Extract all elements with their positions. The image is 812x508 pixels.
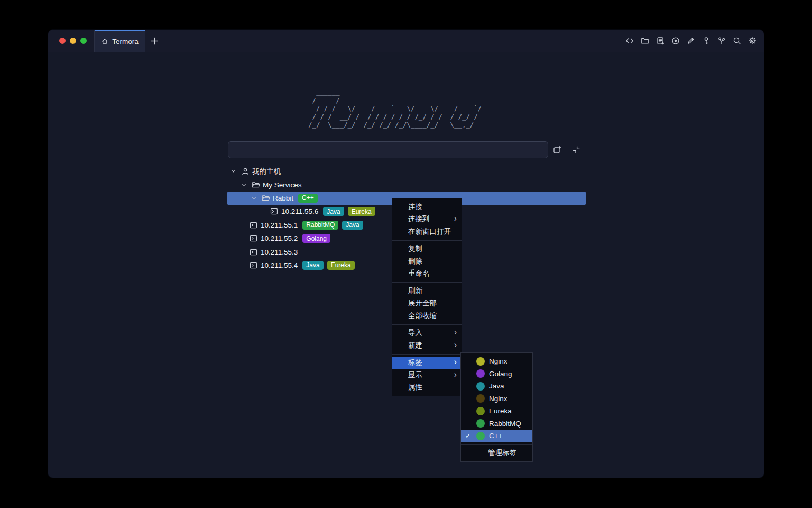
tag-color-dot xyxy=(476,357,485,366)
menu-separator xyxy=(461,444,532,445)
menu-item[interactable]: 连接 xyxy=(392,201,462,213)
user-icon xyxy=(241,167,250,176)
collapse-all-button[interactable] xyxy=(569,143,583,157)
menu-item[interactable]: 属性 xyxy=(392,382,462,394)
menu-item[interactable]: 复制 xyxy=(392,243,462,256)
manage-tags-item[interactable]: 管理标签 xyxy=(461,447,532,460)
menu-item-label: 新建 xyxy=(408,341,454,350)
menu-item-label: 在新窗口打开 xyxy=(408,227,457,237)
menu-item-label: 导入 xyxy=(408,328,454,338)
tag-menu-item[interactable]: Eureka xyxy=(461,405,532,418)
tag-color-dot xyxy=(476,407,485,415)
tree-row-label: 10.211.55.4 xyxy=(261,261,298,269)
tree-row-label: 10.211.55.2 xyxy=(261,234,298,242)
menu-item-label: 展开全部 xyxy=(408,298,457,308)
tag-badge: Java xyxy=(323,207,344,216)
menu-item[interactable]: 展开全部 xyxy=(392,297,462,310)
submenu-arrow-icon: › xyxy=(454,370,457,379)
menu-item-label: 连接 xyxy=(408,202,457,212)
menu-item-label: 复制 xyxy=(408,244,457,253)
tag-badge: Java xyxy=(302,261,323,270)
tag-menu-label: Golang xyxy=(489,370,528,378)
tag-badge: Eureka xyxy=(348,207,375,216)
pencil-icon[interactable] xyxy=(686,37,695,46)
menu-item[interactable]: 连接到› xyxy=(392,213,462,226)
tag-color-dot xyxy=(476,369,485,378)
gear-icon[interactable] xyxy=(748,37,756,46)
app-window: Termora ______ /_ __/__ _________ ___ __… xyxy=(48,29,764,478)
code-icon[interactable] xyxy=(625,37,634,46)
menu-item-label: 连接到 xyxy=(408,214,454,224)
add-host-button[interactable] xyxy=(550,143,564,157)
chevron-down-icon[interactable] xyxy=(251,195,258,202)
menu-item-label: 标签 xyxy=(408,358,454,367)
menu-item[interactable]: 删除 xyxy=(392,255,462,268)
submenu-arrow-icon: › xyxy=(454,328,457,337)
submenu-arrow-icon: › xyxy=(454,214,457,223)
tab-termora[interactable]: Termora xyxy=(94,30,145,52)
log-icon[interactable] xyxy=(656,37,665,46)
menu-separator xyxy=(392,282,462,283)
menu-separator xyxy=(392,240,462,241)
menu-item[interactable]: 重命名 xyxy=(392,268,462,280)
ascii-logo: ______ /_ __/__ _________ ___ ____ _____… xyxy=(308,88,482,129)
menu-separator xyxy=(392,354,462,355)
tag-menu-item[interactable]: RabbitMQ xyxy=(461,418,532,430)
menu-item-label: 删除 xyxy=(408,257,457,266)
folder-icon[interactable] xyxy=(640,37,649,46)
tree-row-label: My Services xyxy=(263,181,302,189)
toolbar xyxy=(625,30,764,52)
chevron-down-icon[interactable] xyxy=(241,182,248,188)
new-tab-button[interactable] xyxy=(145,30,163,52)
checkmark-icon: ✓ xyxy=(465,432,476,440)
tag-menu-label: C++ xyxy=(489,432,528,440)
tree-row-label: 10.211.55.3 xyxy=(261,248,298,256)
search-input[interactable] xyxy=(228,141,548,158)
menu-item-label: 属性 xyxy=(408,383,457,392)
tag-menu-item[interactable]: Golang xyxy=(461,368,532,380)
tag-menu-item[interactable]: Nginx xyxy=(461,393,532,405)
key-icon[interactable] xyxy=(702,37,710,46)
tree-row[interactable]: My Services xyxy=(227,178,586,191)
tag-menu-label: Nginx xyxy=(489,357,528,365)
menu-item[interactable]: 全部收缩 xyxy=(392,310,462,322)
menu-item-label: 全部收缩 xyxy=(408,311,457,321)
menu-item[interactable]: 显示› xyxy=(392,369,462,382)
tag-color-dot xyxy=(476,394,485,403)
tag-submenu: NginxGolangJavaNginxEurekaRabbitMQ✓C++管理… xyxy=(460,352,533,462)
menu-item[interactable]: 标签› xyxy=(392,357,462,369)
menu-item-label: 刷新 xyxy=(408,286,457,296)
menu-item[interactable]: 在新窗口打开 xyxy=(392,225,462,238)
context-menu: 连接连接到›在新窗口打开复制删除重命名刷新展开全部全部收缩导入›新建›标签›显示… xyxy=(392,198,462,396)
branch-icon[interactable] xyxy=(717,37,726,46)
search-icon[interactable] xyxy=(732,37,741,46)
menu-item-label: 重命名 xyxy=(408,269,457,278)
home-icon xyxy=(101,38,108,45)
close-window-button[interactable] xyxy=(59,38,66,44)
menu-item[interactable]: 导入› xyxy=(392,327,462,340)
record-icon[interactable] xyxy=(671,37,680,46)
chevron-down-icon[interactable] xyxy=(230,168,237,175)
tag-menu-item[interactable]: Nginx xyxy=(461,355,532,368)
tag-menu-item[interactable]: Java xyxy=(461,380,532,393)
minimize-window-button[interactable] xyxy=(70,38,76,44)
tag-menu-label: Java xyxy=(489,382,528,390)
menu-item[interactable]: 刷新 xyxy=(392,285,462,297)
host-icon xyxy=(270,207,279,215)
zoom-window-button[interactable] xyxy=(80,38,87,44)
tag-badge: RabbitMQ xyxy=(302,221,338,230)
submenu-arrow-icon: › xyxy=(454,358,457,366)
tree-row[interactable]: 我的主机 xyxy=(227,165,586,178)
tag-badge: Golang xyxy=(302,234,330,243)
folder-open-icon xyxy=(252,180,260,189)
tree-row-label: 10.211.55.6 xyxy=(281,207,318,215)
tag-menu-item[interactable]: ✓C++ xyxy=(461,430,532,442)
tag-badge: Eureka xyxy=(327,261,355,270)
tree-row-label: Rabbit xyxy=(273,194,293,202)
submenu-arrow-icon: › xyxy=(454,341,457,349)
tree-row-label: 我的主机 xyxy=(252,167,281,176)
tag-color-dot xyxy=(476,382,485,391)
tab-title: Termora xyxy=(112,38,139,46)
menu-item[interactable]: 新建› xyxy=(392,339,462,352)
tag-badge: C++ xyxy=(298,194,318,203)
